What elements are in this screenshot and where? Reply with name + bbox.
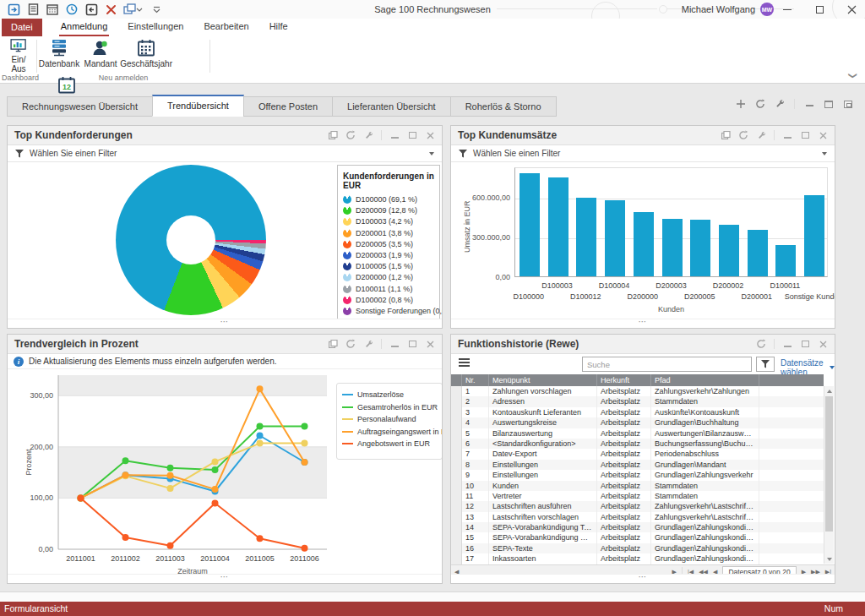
- minimize-dashboard-icon[interactable]: [804, 99, 814, 109]
- maximize-panel-icon[interactable]: [407, 130, 417, 140]
- bar[interactable]: [520, 173, 540, 276]
- data-point[interactable]: [212, 466, 219, 473]
- add-dashboard-icon[interactable]: [736, 99, 746, 109]
- data-point[interactable]: [257, 423, 264, 430]
- file-menu-button[interactable]: Datei: [2, 19, 42, 36]
- table-row[interactable]: 15SEPA-Vorabankündigung OptionenArbeitsp…: [451, 532, 824, 542]
- minimize-panel-icon[interactable]: [389, 339, 400, 349]
- bar[interactable]: [634, 212, 654, 276]
- data-point[interactable]: [212, 499, 219, 506]
- table-row[interactable]: 9EinstellungenArbeitsplatzGrundlagen\Zah…: [451, 470, 824, 480]
- maximize-panel-icon[interactable]: [800, 339, 810, 349]
- legend-item[interactable]: Sonstige Forderungen (0,0 %): [343, 307, 434, 315]
- collapse-ribbon-icon[interactable]: ❮: [846, 72, 856, 79]
- splitter-handle[interactable]: ⋯: [8, 319, 442, 328]
- filter-bar[interactable]: Wählen Sie einen Filter: [451, 145, 835, 162]
- menu-icon[interactable]: [459, 358, 470, 368]
- wrench-icon[interactable]: [363, 130, 373, 140]
- refresh-icon[interactable]: [755, 99, 765, 109]
- bar[interactable]: [719, 225, 739, 276]
- table-row[interactable]: 12Lastschriften ausführenArbeitsplatzZah…: [451, 501, 824, 511]
- data-point[interactable]: [257, 535, 264, 542]
- table-row[interactable]: 5BilanzauswertungArbeitsplatzAuswertunge…: [451, 428, 824, 439]
- filter-bar[interactable]: Wählen Sie einen Filter: [8, 145, 442, 162]
- close-panel-icon[interactable]: [425, 130, 435, 140]
- scrollbar-thumb[interactable]: [825, 396, 833, 532]
- column-header[interactable]: Herkunft: [597, 374, 651, 386]
- legend-item[interactable]: Personalaufwand: [342, 415, 437, 423]
- data-point[interactable]: [302, 440, 308, 447]
- close-panel-icon[interactable]: [425, 339, 435, 349]
- legend-item[interactable]: D100000 (69,1 %): [343, 195, 434, 204]
- export-icon[interactable]: [328, 130, 338, 140]
- clock-icon[interactable]: [65, 3, 79, 16]
- dashboard-toggle-button[interactable]: Ein/ Aus: [2, 36, 35, 74]
- table-row[interactable]: 4AuswertungskreiseArbeitsplatzGrundlagen…: [451, 417, 824, 428]
- geschaeftsjahr-button[interactable]: Geschäftsjahr: [122, 36, 171, 74]
- donut-chart[interactable]: [116, 165, 266, 315]
- refresh-icon[interactable]: [738, 130, 748, 140]
- refresh-icon[interactable]: [756, 339, 766, 349]
- bar[interactable]: [605, 200, 625, 276]
- table-header[interactable]: Nr.MenüpunktHerkunftPfad: [451, 374, 824, 386]
- legend-item[interactable]: D100002 (0,8 %): [343, 296, 434, 304]
- legend-item[interactable]: D200000 (1,2 %): [343, 273, 434, 281]
- scroll-down-icon[interactable]: [824, 554, 834, 564]
- legend-item[interactable]: Gesamtroherlös in EUR: [342, 403, 437, 412]
- bar[interactable]: [662, 219, 683, 276]
- table-row[interactable]: 17InkassoartenArbeitsplatzGrundlagen\Zah…: [451, 553, 824, 564]
- ribbon-tab-einstellungen[interactable]: Einstellungen: [126, 19, 185, 36]
- trend-line-4[interactable]: [81, 498, 305, 548]
- data-point[interactable]: [167, 472, 174, 479]
- tab-rechnungswesen-uebersicht[interactable]: Rechnungswesen Übersicht: [7, 96, 153, 117]
- mandant-button[interactable]: Mandant: [82, 36, 119, 74]
- close-window-icon[interactable]: [846, 4, 857, 14]
- data-point[interactable]: [302, 545, 308, 552]
- filter-button[interactable]: [756, 357, 775, 372]
- bar[interactable]: [548, 177, 569, 276]
- tab-offene-posten[interactable]: Offene Posten: [243, 96, 333, 117]
- line-chart[interactable]: 0,00100,00200,00300,00201100120110022011…: [23, 368, 334, 578]
- refresh-icon[interactable]: [345, 130, 356, 140]
- data-point[interactable]: [167, 485, 174, 492]
- table-row[interactable]: 2AdressenArbeitsplatzStammdaten: [451, 396, 824, 406]
- table-row[interactable]: 10KundenArbeitsplatzStammdaten: [451, 481, 824, 491]
- legend-item[interactable]: Umsatzerlöse: [342, 390, 437, 399]
- table-row[interactable]: 11VertreterArbeitsplatzStammdaten: [451, 491, 824, 501]
- data-point[interactable]: [257, 432, 264, 439]
- cascade-windows-icon[interactable]: [123, 3, 144, 16]
- maximize-panel-icon[interactable]: [800, 130, 810, 140]
- close-panel-icon[interactable]: [818, 339, 828, 349]
- wrench-icon[interactable]: [363, 339, 373, 349]
- data-point[interactable]: [212, 486, 219, 493]
- table-row[interactable]: 14SEPA-Vorabankündigung TexteArbeitsplat…: [451, 522, 824, 532]
- datenbank-button[interactable]: Datenbank: [39, 36, 79, 74]
- legend-item[interactable]: D100003 (4,2 %): [343, 217, 434, 226]
- table-row[interactable]: 6<Standardkonfiguration>ArbeitsplatzBuch…: [451, 439, 824, 449]
- table-row[interactable]: 3Kontoauskunft LieferantenArbeitsplatzAu…: [451, 407, 824, 417]
- journal-icon[interactable]: [26, 3, 40, 16]
- minimize-panel-icon[interactable]: [782, 339, 792, 349]
- maximize-window-icon[interactable]: [814, 4, 824, 14]
- legend-item[interactable]: Auftragseingangswert in EUR: [342, 428, 437, 436]
- table-row[interactable]: 16SEPA-TexteArbeitsplatzGrundlagen\Zahlu…: [451, 543, 824, 553]
- scroll-up-icon[interactable]: [824, 386, 834, 395]
- tab-trenduebersicht[interactable]: Trendübersicht: [152, 95, 244, 117]
- vertical-scrollbar[interactable]: [824, 386, 834, 564]
- column-header[interactable]: Menüpunkt: [489, 374, 597, 386]
- login-icon[interactable]: [7, 3, 20, 16]
- data-point[interactable]: [302, 459, 308, 466]
- legend-item[interactable]: D100011 (1,1 %): [343, 285, 434, 293]
- back-icon[interactable]: [84, 3, 98, 16]
- table-row[interactable]: 8EinstellungenArbeitsplatzGrundlagen\Man…: [451, 460, 824, 470]
- customize-toolbar-icon[interactable]: [150, 3, 163, 16]
- data-point[interactable]: [257, 440, 264, 447]
- maximize-panel-icon[interactable]: [407, 339, 417, 349]
- data-point[interactable]: [122, 534, 129, 541]
- export-icon[interactable]: [721, 130, 731, 140]
- legend-item[interactable]: D200001 (3,8 %): [343, 229, 434, 237]
- table-row[interactable]: 1Zahlungen vorschlagenArbeitsplatzZahlun…: [451, 386, 824, 396]
- close-panel-icon[interactable]: [818, 130, 828, 140]
- tab-roherloes-storno[interactable]: Roherlös & Storno: [450, 96, 557, 117]
- user-name[interactable]: Michael Wolfgang: [682, 0, 755, 19]
